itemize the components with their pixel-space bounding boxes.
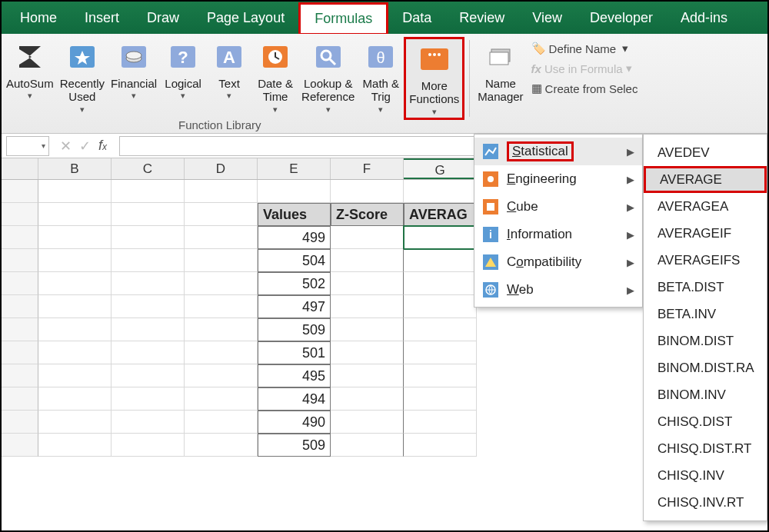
name-box[interactable] bbox=[6, 136, 49, 156]
zscore-cell[interactable] bbox=[331, 434, 404, 457]
fn-averagea[interactable]: AVERAGEA bbox=[644, 193, 767, 220]
cell[interactable] bbox=[185, 249, 258, 272]
cell[interactable] bbox=[185, 295, 258, 318]
cell[interactable] bbox=[185, 180, 258, 203]
tab-data[interactable]: Data bbox=[388, 4, 445, 32]
fn-binomdist[interactable]: BINOM.DIST bbox=[644, 328, 767, 354]
cell[interactable] bbox=[404, 272, 477, 295]
value-cell[interactable]: 502 bbox=[258, 272, 331, 295]
cell[interactable] bbox=[38, 364, 112, 387]
cancel-icon[interactable]: ✕ bbox=[60, 138, 72, 155]
more-functions-button[interactable]: More Functions ▾ bbox=[404, 37, 464, 120]
row-hdr[interactable] bbox=[2, 341, 38, 364]
cell[interactable] bbox=[112, 295, 185, 318]
cell[interactable] bbox=[331, 180, 404, 203]
tab-insert[interactable]: Insert bbox=[71, 4, 133, 32]
row-hdr[interactable] bbox=[2, 434, 38, 457]
zscore-cell[interactable] bbox=[331, 364, 404, 387]
cell[interactable] bbox=[112, 364, 185, 387]
cell[interactable] bbox=[404, 341, 477, 364]
cell[interactable] bbox=[38, 434, 112, 457]
value-cell[interactable]: 497 bbox=[258, 295, 331, 318]
select-all[interactable] bbox=[2, 158, 38, 179]
cell[interactable] bbox=[404, 411, 477, 434]
financial-button[interactable]: Financial ▾ bbox=[108, 37, 160, 120]
fn-binomdistra[interactable]: BINOM.DIST.RA bbox=[644, 354, 767, 381]
value-cell[interactable]: 499 bbox=[258, 226, 331, 249]
cell[interactable] bbox=[112, 434, 185, 457]
cell[interactable] bbox=[185, 434, 258, 457]
menu-cube[interactable]: Cube▶ bbox=[474, 193, 642, 221]
enter-icon[interactable]: ✓ bbox=[79, 138, 91, 155]
cell[interactable] bbox=[112, 203, 185, 226]
cell[interactable] bbox=[185, 318, 258, 341]
tab-review[interactable]: Review bbox=[445, 4, 518, 32]
zscore-cell[interactable] bbox=[331, 249, 404, 272]
cell[interactable] bbox=[112, 411, 185, 434]
row-hdr[interactable] bbox=[2, 226, 38, 249]
name-manager-button[interactable]: Name Manager bbox=[474, 37, 526, 120]
row-hdr[interactable] bbox=[2, 411, 38, 434]
cell[interactable] bbox=[38, 226, 112, 249]
value-cell[interactable]: 509 bbox=[258, 434, 331, 457]
cell[interactable] bbox=[404, 387, 477, 411]
use-in-formula-button[interactable]: fx Use in Formula▾ bbox=[531, 62, 638, 75]
tab-view[interactable]: View bbox=[518, 4, 576, 32]
tab-home[interactable]: Home bbox=[6, 4, 71, 32]
cell[interactable] bbox=[38, 203, 112, 226]
zscore-cell[interactable] bbox=[331, 341, 404, 364]
fn-average[interactable]: AVERAGE bbox=[644, 166, 767, 193]
row-hdr[interactable] bbox=[2, 295, 38, 318]
col-d[interactable]: D bbox=[185, 158, 258, 179]
fx-icon[interactable]: fx bbox=[98, 138, 107, 155]
fn-avedev[interactable]: AVEDEV bbox=[644, 139, 767, 166]
zscore-cell[interactable] bbox=[331, 272, 404, 295]
selected-cell[interactable] bbox=[404, 226, 477, 249]
cell[interactable] bbox=[404, 318, 477, 341]
fn-binominv[interactable]: BINOM.INV bbox=[644, 381, 767, 408]
cell[interactable] bbox=[404, 364, 477, 387]
value-cell[interactable]: 501 bbox=[258, 341, 331, 364]
cell[interactable] bbox=[38, 411, 112, 434]
value-cell[interactable]: 509 bbox=[258, 318, 331, 341]
define-name-button[interactable]: 🏷️ Define Name ▾ bbox=[531, 42, 638, 55]
text-button[interactable]: A Text ▾ bbox=[206, 37, 252, 120]
cell[interactable] bbox=[112, 318, 185, 341]
recently-used-button[interactable]: Recently Used ▾ bbox=[57, 37, 108, 120]
value-cell[interactable]: 504 bbox=[258, 249, 331, 272]
date-time-button[interactable]: Date & Time ▾ bbox=[252, 37, 298, 120]
col-e[interactable]: E bbox=[258, 158, 331, 179]
fn-averageifs[interactable]: AVERAGEIFS bbox=[644, 247, 767, 274]
cell[interactable] bbox=[185, 226, 258, 249]
row-hdr[interactable] bbox=[2, 272, 38, 295]
cell[interactable] bbox=[38, 295, 112, 318]
fn-betainv[interactable]: BETA.INV bbox=[644, 301, 767, 328]
create-from-selection-button[interactable]: ▦ Create from Selec bbox=[531, 81, 638, 95]
menu-information[interactable]: i Information▶ bbox=[474, 221, 642, 248]
fn-chisqinvrt[interactable]: CHISQ.INV.RT bbox=[644, 489, 767, 516]
fn-betadist[interactable]: BETA.DIST bbox=[644, 274, 767, 301]
cell[interactable] bbox=[404, 434, 477, 457]
hdr-average[interactable]: AVERAG bbox=[404, 203, 477, 226]
value-cell[interactable]: 495 bbox=[258, 364, 331, 387]
zscore-cell[interactable] bbox=[331, 295, 404, 318]
col-g[interactable]: G bbox=[404, 158, 477, 179]
fn-chisqinv[interactable]: CHISQ.INV bbox=[644, 462, 767, 489]
row-hdr[interactable] bbox=[2, 364, 38, 387]
fn-chisqdistrt[interactable]: CHISQ.DIST.RT bbox=[644, 435, 767, 462]
cell[interactable] bbox=[38, 318, 112, 341]
cell[interactable] bbox=[185, 411, 258, 434]
row-hdr[interactable] bbox=[2, 387, 38, 411]
cell[interactable] bbox=[112, 226, 185, 249]
tab-addins[interactable]: Add-ins bbox=[667, 4, 741, 32]
menu-engineering[interactable]: Engineering▶ bbox=[474, 165, 642, 193]
cell[interactable] bbox=[112, 272, 185, 295]
tab-formulas[interactable]: Formulas bbox=[298, 2, 388, 35]
tab-developer[interactable]: Developer bbox=[576, 4, 667, 32]
cell[interactable] bbox=[38, 341, 112, 364]
cell[interactable] bbox=[112, 180, 185, 203]
tab-draw[interactable]: Draw bbox=[133, 4, 193, 32]
hdr-values[interactable]: Values bbox=[258, 203, 331, 226]
cell[interactable] bbox=[38, 272, 112, 295]
row-hdr[interactable] bbox=[2, 249, 38, 272]
